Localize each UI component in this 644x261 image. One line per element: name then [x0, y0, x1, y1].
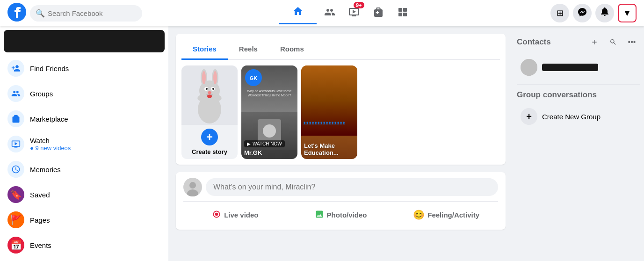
- search-bar[interactable]: 🔍: [30, 5, 142, 22]
- tab-watch[interactable]: 9+: [343, 2, 365, 24]
- svg-rect-1: [398, 8, 402, 12]
- create-new-group-button[interactable]: + Create New Group: [517, 105, 640, 128]
- add-contact-button[interactable]: [586, 34, 603, 51]
- feeling-activity-button[interactable]: 😊 Feeling/Activity: [394, 205, 498, 224]
- svg-point-13: [206, 88, 208, 90]
- home-icon: [292, 6, 304, 19]
- sidebar-item-watch[interactable]: Watch ● 9 new videos: [4, 132, 165, 156]
- events-sidebar-label: Events: [30, 241, 51, 249]
- main-layout: Find Friends Groups Marketplace Watch ● …: [0, 26, 644, 261]
- search-input[interactable]: [48, 9, 137, 17]
- tab-reels[interactable]: Reels: [228, 39, 269, 60]
- story-education[interactable]: LA 👤👤👤👤👤👤👤👤👤👤👤👤👤👤👤: [301, 65, 357, 159]
- stories-card: Stories Reels Rooms: [176, 34, 506, 165]
- create-story-image: [181, 65, 238, 125]
- post-input[interactable]: [206, 178, 498, 196]
- svg-point-14: [212, 88, 214, 90]
- svg-text:GK: GK: [250, 75, 258, 81]
- live-video-icon: [212, 210, 221, 220]
- watch-sublabel: ● 9 new videos: [30, 145, 71, 152]
- marketplace-icon: [373, 7, 384, 20]
- groups-sidebar-icon: [7, 85, 24, 102]
- story-edu-label: Let's Make Education...: [304, 142, 355, 156]
- groups-sidebar-label: Groups: [30, 90, 53, 98]
- contacts-header: Contacts •••: [517, 34, 640, 51]
- story-edu-background: LA 👤👤👤👤👤👤👤👤👤👤👤👤👤👤👤: [301, 65, 357, 159]
- contact-name: [542, 64, 598, 71]
- composer-divider: [183, 201, 498, 202]
- watch-sidebar-icon: [7, 136, 24, 152]
- create-group-label: Create New Group: [542, 113, 601, 121]
- events-sidebar-icon: 📅: [7, 237, 24, 254]
- sidebar-item-find-friends[interactable]: Find Friends: [4, 56, 165, 80]
- tab-marketplace[interactable]: [367, 2, 390, 24]
- watch-sidebar-label: Watch: [30, 137, 71, 145]
- feeling-label: Feeling/Activity: [427, 211, 479, 219]
- photo-video-icon: [315, 210, 324, 220]
- pages-sidebar-icon: 🚩: [7, 211, 24, 228]
- top-navigation: 🔍 9+: [0, 0, 644, 26]
- tab-stories[interactable]: Stories: [181, 39, 228, 60]
- groups-icon: [397, 7, 408, 20]
- sidebar-item-pages[interactable]: 🚩 Pages: [4, 208, 165, 232]
- svg-rect-2: [403, 8, 407, 12]
- live-video-label: Live video: [224, 211, 258, 219]
- main-content: Stories Reels Rooms: [168, 26, 513, 261]
- pages-sidebar-label: Pages: [30, 216, 50, 224]
- notifications-button[interactable]: [595, 4, 614, 22]
- create-story-label: Create story: [192, 148, 227, 155]
- memories-sidebar-label: Memories: [30, 166, 61, 174]
- live-video-button[interactable]: Live video: [183, 205, 287, 224]
- sidebar-item-groups[interactable]: Groups: [4, 81, 165, 106]
- marketplace-sidebar-label: Marketplace: [30, 115, 68, 123]
- svg-point-21: [263, 124, 276, 138]
- menu-button[interactable]: ⊞: [550, 4, 569, 22]
- watch-now-badge: ▶ WATCH NOW: [244, 140, 285, 147]
- post-composer: Live video Photo/video 😊 Feeling/Activit…: [176, 172, 506, 230]
- svg-rect-4: [403, 13, 407, 16]
- tab-groups[interactable]: [391, 2, 414, 24]
- find-friends-label: Find Friends: [30, 65, 69, 72]
- create-story-item[interactable]: + Create story: [181, 65, 238, 159]
- sidebar-item-memories[interactable]: Memories: [4, 157, 165, 181]
- messenger-button[interactable]: [573, 4, 592, 22]
- account-menu-button[interactable]: ▼: [618, 4, 637, 22]
- story-gk-avatar: GK: [245, 69, 262, 86]
- create-story-plus-icon: +: [201, 129, 218, 145]
- svg-point-29: [521, 59, 537, 76]
- svg-point-16: [207, 94, 212, 98]
- watch-info: Watch ● 9 new videos: [30, 137, 71, 152]
- chevron-down-icon: ▼: [623, 8, 631, 18]
- story-mr-gk[interactable]: GK Why do Astronauts Love these Weirdest…: [241, 65, 297, 159]
- bell-icon: [600, 7, 609, 19]
- group-conversations-title: Group conversations: [517, 90, 640, 100]
- photo-video-label: Photo/video: [327, 211, 367, 219]
- find-friends-icon: [7, 60, 24, 77]
- facebook-logo[interactable]: [7, 3, 26, 23]
- contact-item[interactable]: [517, 56, 640, 79]
- svg-point-25: [189, 182, 196, 188]
- create-group-plus-icon: +: [521, 108, 537, 125]
- more-contacts-icon: •••: [628, 38, 636, 46]
- search-contacts-button[interactable]: [605, 34, 622, 51]
- user-profile-block[interactable]: [4, 30, 165, 52]
- composer-avatar: [183, 178, 202, 196]
- tab-home[interactable]: [279, 2, 317, 24]
- sidebar-item-marketplace[interactable]: Marketplace: [4, 107, 165, 131]
- sidebar-item-events[interactable]: 📅 Events: [4, 233, 165, 257]
- create-story-bottom: + Create story: [181, 125, 238, 159]
- marketplace-sidebar-icon: [7, 110, 24, 127]
- more-contacts-button[interactable]: •••: [623, 34, 640, 51]
- svg-point-10: [213, 71, 217, 84]
- right-sidebar: Contacts ••• Group conversations: [513, 26, 644, 261]
- search-icon: 🔍: [36, 9, 45, 18]
- grid-icon: ⊞: [557, 8, 564, 18]
- tab-friends[interactable]: [318, 2, 341, 24]
- svg-rect-3: [398, 13, 402, 16]
- story-gk-background: GK Why do Astronauts Love these Weirdest…: [241, 65, 297, 159]
- stories-tabs: Stories Reels Rooms: [181, 39, 500, 60]
- nav-tabs: 9+: [142, 2, 550, 24]
- tab-rooms[interactable]: Rooms: [269, 39, 315, 60]
- photo-video-button[interactable]: Photo/video: [289, 205, 393, 224]
- sidebar-item-saved[interactable]: 🔖 Saved: [4, 182, 165, 207]
